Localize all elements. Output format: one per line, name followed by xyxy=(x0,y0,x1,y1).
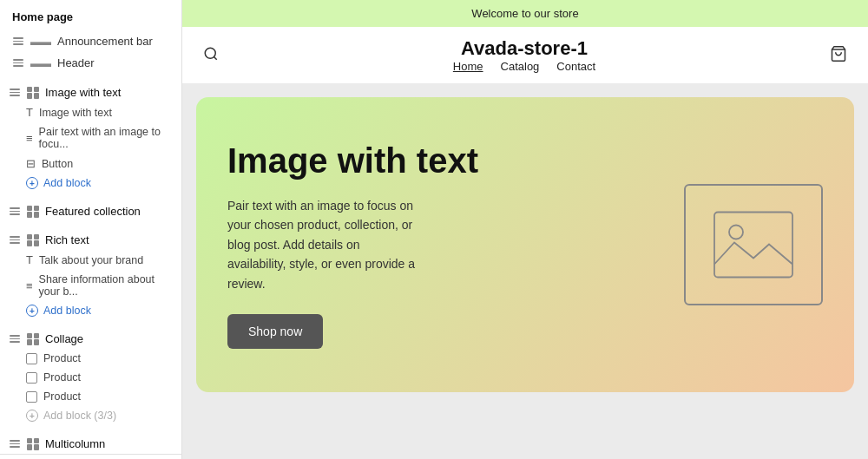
drag-icon xyxy=(9,89,21,96)
svg-line-1 xyxy=(214,56,216,59)
corner-icon xyxy=(26,372,37,384)
child-label-button: Button xyxy=(42,158,73,170)
add-block-label-2: Add block xyxy=(43,305,91,317)
add-block-label-3: Add block (3/3) xyxy=(43,410,116,422)
sidebar-item-header[interactable]: ▬▬ Header xyxy=(0,52,181,74)
hero-image-placeholder xyxy=(684,184,823,305)
drag-icon xyxy=(12,59,24,67)
search-icon xyxy=(203,46,219,62)
plus-icon: + xyxy=(26,305,38,317)
lines-icon: ≡ xyxy=(26,279,33,292)
lines-icon: ≡ xyxy=(26,132,33,145)
hero-description: Pair text with an image to focus on your… xyxy=(227,196,418,293)
drag-icon xyxy=(9,440,21,448)
svg-rect-3 xyxy=(714,213,792,278)
cart-button[interactable] xyxy=(826,42,851,69)
grid-icon xyxy=(27,206,39,218)
plus-icon: + xyxy=(26,177,38,189)
group-label-multicolumn: Multicolumn xyxy=(45,437,105,450)
hero-section: Image with text Pair text with an image … xyxy=(196,97,854,392)
shop-now-button[interactable]: Shop now xyxy=(227,314,323,349)
grid-icon xyxy=(27,234,39,246)
add-block-label-0: Add block xyxy=(43,177,91,189)
sidebar-label-header: Header xyxy=(57,56,95,69)
sidebar-group-multicolumn[interactable]: Multicolumn xyxy=(0,432,181,454)
add-block-collage[interactable]: + Add block (3/3) xyxy=(0,406,181,425)
grid-icon xyxy=(27,87,39,99)
sidebar-item-announcement-bar[interactable]: ▬▬ Announcement bar xyxy=(0,30,181,52)
svg-point-4 xyxy=(729,226,743,239)
drag-icon xyxy=(12,37,24,45)
group-label-image-with-text: Image with text xyxy=(45,86,121,99)
sidebar-child-talk-about-brand[interactable]: T Talk about your brand xyxy=(0,250,181,270)
child-label-share-information: Share information about your b... xyxy=(39,273,169,298)
sidebar-child-image-with-text[interactable]: T Image with text xyxy=(0,102,181,122)
sidebar-child-button[interactable]: ⊟ Button xyxy=(0,154,181,174)
corner-icon xyxy=(26,353,37,364)
preview-area: Welcome to our store Avada-store-1 Home … xyxy=(182,0,868,459)
sidebar-group-image-with-text[interactable]: Image with text xyxy=(0,81,181,102)
sidebar-group-featured-collection[interactable]: Featured collection xyxy=(0,200,181,221)
group-label-collage: Collage xyxy=(45,332,83,345)
theme-settings[interactable]: Theme settings xyxy=(0,454,181,459)
hero-text: Image with text Pair text with an image … xyxy=(227,141,658,349)
header-icon: ▬▬ xyxy=(30,57,51,69)
svg-point-0 xyxy=(205,48,215,58)
sidebar-title: Home page xyxy=(0,0,181,30)
child-label-product-1: Product xyxy=(43,352,81,364)
nav-contact[interactable]: Contact xyxy=(556,60,595,73)
store-nav: Home Catalog Contact xyxy=(453,60,595,73)
child-label-product-3: Product xyxy=(43,390,81,403)
sidebar-child-product-3[interactable]: Product xyxy=(0,387,181,406)
sidebar: Home page ▬▬ Announcement bar ▬▬ Header … xyxy=(0,0,182,459)
sidebar-child-product-2[interactable]: Product xyxy=(0,368,181,387)
hero-title: Image with text xyxy=(227,141,658,180)
store-header: Avada-store-1 Home Catalog Contact xyxy=(182,27,868,83)
sidebar-group-collage[interactable]: Collage xyxy=(0,327,181,349)
drag-icon xyxy=(9,207,21,215)
announcement-bar-preview: Welcome to our store xyxy=(182,0,868,27)
child-label-product-2: Product xyxy=(43,371,81,384)
store-name: Avada-store-1 xyxy=(453,37,595,60)
sidebar-child-product-1[interactable]: Product xyxy=(0,349,181,368)
text-icon: T xyxy=(26,106,33,119)
sidebar-child-pair-text[interactable]: ≡ Pair text with an image to focu... xyxy=(0,122,181,154)
group-label-rich-text: Rich text xyxy=(45,233,89,246)
nav-catalog[interactable]: Catalog xyxy=(501,60,540,73)
announcement-text: Welcome to our store xyxy=(471,7,578,20)
group-label-featured-collection: Featured collection xyxy=(45,205,141,218)
add-block-image-with-text[interactable]: + Add block xyxy=(0,174,181,193)
child-label-image-with-text: Image with text xyxy=(39,107,112,119)
text-icon: T xyxy=(26,253,33,266)
grid-icon xyxy=(27,333,39,345)
child-label-pair-text: Pair text with an image to focu... xyxy=(39,126,169,150)
grid-icon xyxy=(27,438,39,450)
corner-icon xyxy=(26,391,37,403)
plus-disabled-icon: + xyxy=(26,410,38,422)
image-placeholder-icon xyxy=(710,206,797,284)
search-button[interactable] xyxy=(200,43,222,68)
button-icon: ⊟ xyxy=(26,157,36,170)
sidebar-group-rich-text[interactable]: Rich text xyxy=(0,228,181,250)
drag-icon xyxy=(9,236,21,244)
child-label-talk-about-brand: Talk about your brand xyxy=(39,254,143,266)
add-block-rich-text[interactable]: + Add block xyxy=(0,301,181,320)
drag-icon xyxy=(9,335,21,343)
announcement-icon: ▬▬ xyxy=(30,36,51,48)
nav-home[interactable]: Home xyxy=(453,60,483,73)
sidebar-label-announcement-bar: Announcement bar xyxy=(57,35,153,48)
cart-icon xyxy=(830,45,847,62)
sidebar-child-share-information[interactable]: ≡ Share information about your b... xyxy=(0,270,181,301)
